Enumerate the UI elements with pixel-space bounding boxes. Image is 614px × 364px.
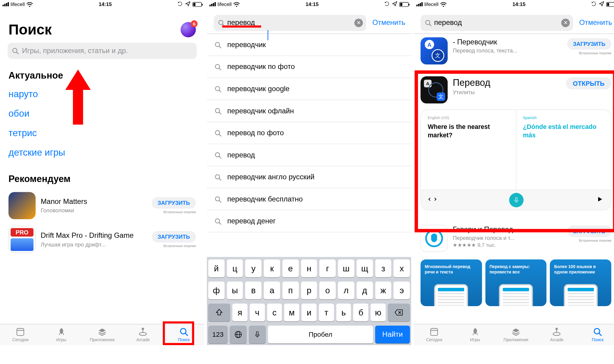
tab-apps[interactable]: Приложения (496, 324, 536, 345)
tab-games[interactable]: Игры (455, 324, 495, 345)
key[interactable]: щ (356, 259, 373, 277)
key[interactable]: ч (250, 303, 265, 321)
tab-search[interactable]: Поиск (163, 324, 204, 345)
suggestion-item[interactable]: переводчик англо русский (207, 166, 411, 188)
screenshots-row[interactable]: Мгновенный перевод речи и текста Перевод… (421, 259, 611, 306)
key[interactable]: н (301, 259, 317, 277)
suggestion-text: переводчик офлайн (227, 107, 294, 115)
suggestion-item[interactable]: переводчик бесплатно (207, 188, 411, 210)
get-button[interactable]: ЗАГРУЗИТЬ (152, 197, 196, 209)
key[interactable]: ц (227, 259, 243, 277)
search-key[interactable]: Найти (375, 326, 410, 343)
suggestion-item[interactable]: переводчик офлайн (207, 100, 411, 122)
tab-arcade[interactable]: Arcade (123, 324, 163, 345)
trending-item[interactable]: детские игры (8, 143, 196, 163)
suggestion-item[interactable]: переводчик по фото (207, 56, 411, 78)
key[interactable]: ь (336, 303, 351, 321)
result-row[interactable]: Перевод Утилиты ОТКРЫТЬ (421, 72, 611, 107)
shift-key[interactable] (208, 303, 230, 321)
key[interactable]: б (353, 303, 369, 321)
app-row[interactable]: Manor Matters Головоломки ЗАГРУЗИТЬ Встр… (8, 189, 196, 222)
tab-label: Сегодня (12, 338, 28, 342)
key[interactable]: р (301, 282, 317, 299)
search-input[interactable]: Игры, приложения, статьи и др. (7, 43, 197, 59)
key[interactable]: э (394, 282, 410, 299)
space-key[interactable]: Пробел (268, 326, 373, 343)
search-icon (214, 174, 221, 181)
tab-search[interactable]: Поиск (577, 324, 614, 345)
get-button[interactable]: ЗАГРУЗИТЬ (567, 38, 611, 49)
notification-badge: 6 (191, 20, 198, 27)
backspace-key[interactable] (388, 303, 410, 321)
trending-item[interactable]: тетрис (8, 123, 196, 143)
app-screenshot[interactable]: English (US) Where is the nearest market… (421, 109, 611, 210)
suggestion-text: переводчик google (227, 85, 290, 93)
emoji-key[interactable] (230, 326, 247, 343)
key[interactable]: х (394, 259, 410, 277)
tab-games[interactable]: Игры (41, 324, 82, 345)
suggestion-text: переводчик (227, 40, 266, 49)
key[interactable]: и (302, 303, 317, 321)
clear-button[interactable]: ✕ (562, 19, 570, 27)
tab-today[interactable]: Сегодня (0, 324, 41, 345)
key[interactable]: е (282, 259, 299, 277)
text-cursor (267, 30, 268, 40)
cancel-button[interactable]: Отменить (371, 19, 407, 27)
tab-label: Игры (56, 338, 66, 342)
key[interactable]: п (282, 282, 299, 299)
clear-button[interactable]: ✕ (355, 19, 363, 27)
key[interactable]: а (264, 282, 280, 299)
key[interactable]: з (375, 259, 392, 277)
key[interactable]: ш (338, 259, 354, 277)
result-row[interactable]: - Переводчик Перевод голоса, текста... З… (421, 33, 611, 68)
key[interactable]: л (338, 282, 354, 299)
tab-label: Игры (470, 338, 480, 342)
key[interactable]: к (264, 259, 280, 277)
recommend-header: Рекомендуем (0, 163, 204, 186)
app-icon (8, 226, 35, 253)
tab-today[interactable]: Сегодня (414, 324, 455, 345)
suggestion-item[interactable]: переводчик (207, 34, 411, 56)
get-button[interactable]: ЗАГРУЗИТЬ (567, 225, 611, 237)
trending-item[interactable]: обои (8, 104, 196, 123)
key[interactable]: ж (375, 282, 392, 299)
search-icon (214, 107, 221, 114)
get-button[interactable]: ЗАГРУЗИТЬ (152, 231, 196, 243)
tab-arcade[interactable]: Arcade (536, 324, 577, 345)
search-input[interactable]: перевод ✕ (421, 15, 573, 31)
suggestion-item[interactable]: перевод по фото (207, 122, 411, 144)
cancel-button[interactable]: Отменить (577, 19, 614, 27)
screen-search-suggestions: lifecell 14:15 перевод ✕ Отменить перево… (207, 0, 411, 345)
key[interactable]: ю (371, 303, 386, 321)
dictation-key[interactable] (249, 326, 266, 343)
result-row[interactable]: Говори и Перевод... Переводчик голоса и … (421, 220, 611, 255)
key[interactable]: ы (227, 282, 243, 299)
open-button[interactable]: ОТКРЫТЬ (566, 77, 611, 89)
suggestion-item[interactable]: переводчик google (207, 78, 411, 100)
key[interactable]: о (319, 282, 336, 299)
numbers-key[interactable]: 123 (208, 326, 228, 343)
key[interactable]: й (208, 259, 225, 277)
wifi-icon (440, 1, 447, 7)
key[interactable]: м (284, 303, 300, 321)
tab-apps[interactable]: Приложения (82, 324, 123, 345)
search-input[interactable]: перевод ✕ (214, 15, 366, 31)
key[interactable]: г (319, 259, 336, 277)
trending-item[interactable]: наруто (8, 84, 196, 104)
key[interactable]: я (232, 303, 248, 321)
trending-header: Актуальное (0, 59, 204, 83)
app-subtitle: Головоломки (41, 207, 147, 213)
key[interactable]: с (267, 303, 282, 321)
profile-avatar[interactable]: 6 (180, 22, 196, 37)
suggestion-item[interactable]: перевод денег (207, 210, 411, 232)
refresh-icon (177, 1, 183, 8)
app-row[interactable]: Drift Max Pro - Drifting Game Лучшая игр… (8, 222, 196, 256)
carrier-label: lifecell (424, 1, 438, 7)
key[interactable]: т (319, 303, 334, 321)
key[interactable]: д (356, 282, 373, 299)
app-subtitle: Перевод голоса, текста... (453, 47, 562, 54)
key[interactable]: в (245, 282, 262, 299)
suggestion-item[interactable]: перевод (207, 144, 411, 166)
key[interactable]: у (245, 259, 262, 277)
key[interactable]: ф (208, 282, 225, 299)
